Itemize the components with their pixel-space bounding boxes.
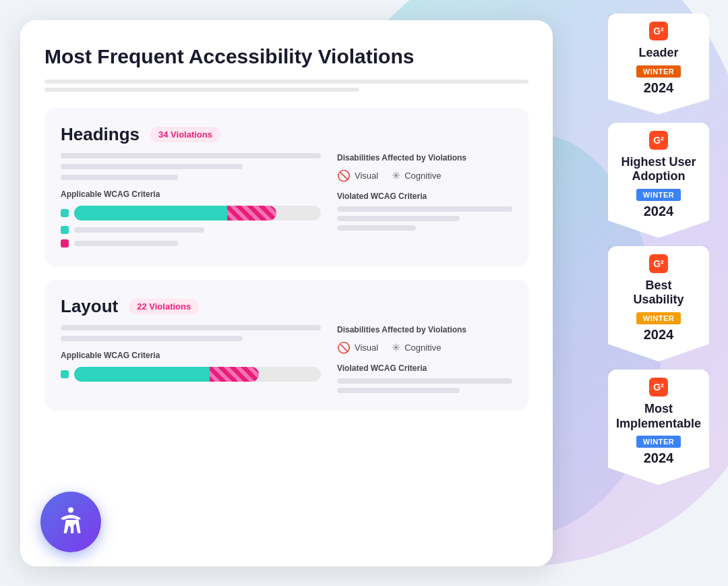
visual-icon: 🚫: [337, 169, 351, 182]
progress-bar-fill-pink-layout: [210, 367, 259, 382]
title-underline-2: [44, 88, 359, 92]
violated-line-3: [337, 225, 416, 231]
violations-badge-headings: 34 Violations: [150, 127, 220, 142]
badge-season-mi: WINTER: [636, 436, 681, 448]
disabilities-label-headings: Disabilities Affected by Violations: [337, 153, 512, 163]
g2-logo-leader: G²: [649, 22, 668, 40]
text-line-sm2: [74, 241, 178, 246]
violated-lines-layout: [337, 378, 512, 393]
violated-line-l2: [337, 388, 460, 393]
disability-items-layout: 🚫 Visual ✳ Cognitive: [337, 341, 512, 354]
visual-label: Visual: [355, 171, 378, 181]
badge-title-leader: Leader: [616, 46, 701, 61]
text-line: [61, 175, 178, 180]
violations-badge-layout: 22 Violations: [129, 299, 199, 314]
disabilities-label-layout: Disabilities Affected by Violations: [337, 325, 512, 334]
violated-line-l1: [337, 378, 512, 384]
badge-year-mi: 2024: [616, 450, 701, 466]
dot-cyan-2: [61, 226, 69, 234]
badge-highest-user-adoption: G² Highest User Adoption WINTER 2024: [608, 123, 709, 238]
wcag-label-headings: Applicable WCAG Criteria: [61, 189, 321, 199]
progress-row-3: [61, 239, 321, 247]
text-line-sm: [74, 227, 204, 233]
progress-row-2: [61, 226, 321, 234]
disability-visual: 🚫 Visual: [337, 169, 378, 182]
accessibility-svg: [54, 505, 88, 539]
badge-year-hua: 2024: [616, 204, 701, 219]
progress-row-layout-1: [61, 367, 321, 382]
progress-row-1: [61, 206, 321, 221]
cognitive-label-layout: Cognitive: [404, 343, 441, 353]
violated-lines-headings: [337, 206, 512, 231]
violation-card-headings: Headings 34 Violations Applicable WCAG C…: [44, 108, 528, 266]
title-underline-1: [44, 80, 528, 84]
violated-label-layout: Violated WCAG Criteria: [337, 363, 512, 373]
progress-bar-fill-cyan: [74, 206, 227, 221]
badge-title-bu: Best Usability: [616, 279, 701, 307]
badge-title-mi: Most Implementable: [616, 402, 701, 431]
dot-pink: [61, 239, 69, 247]
page-title: Most Frequent Accessibility Violations: [44, 45, 528, 69]
violated-line-2: [337, 216, 460, 221]
visual-icon-layout: 🚫: [337, 341, 351, 354]
badge-title-hua: Highest User Adoption: [616, 155, 701, 184]
badge-year-bu: 2024: [616, 327, 701, 343]
badges-container: G² Leader WINTER 2024 G² Highest User Ad…: [608, 13, 709, 485]
visual-label-layout: Visual: [355, 343, 378, 353]
cognitive-icon: ✳: [392, 169, 400, 182]
disability-visual-layout: 🚫 Visual: [337, 341, 378, 354]
text-line: [61, 325, 321, 330]
g2-logo-mi: G²: [649, 378, 668, 397]
progress-bar-wrap: [74, 206, 321, 221]
cognitive-icon-layout: ✳: [392, 341, 400, 354]
badge-most-implementable: G² Most Implementable WINTER 2024: [608, 370, 709, 485]
text-line: [61, 336, 243, 341]
g2-logo-bu: G²: [649, 254, 668, 273]
progress-bar-wrap-layout: [74, 367, 321, 382]
spacer: [61, 239, 321, 247]
g2-logo-hua: G²: [649, 131, 668, 150]
violated-line-1: [337, 206, 512, 212]
badge-season-hua: WINTER: [636, 189, 681, 201]
text-line: [61, 164, 243, 169]
wcag-label-layout: Applicable WCAG Criteria: [61, 351, 321, 360]
progress-bar-fill-pink: [227, 206, 276, 221]
accessibility-icon-button[interactable]: [40, 492, 101, 552]
badge-season-bu: WINTER: [636, 312, 681, 324]
dot-cyan-layout: [61, 370, 69, 378]
badge-season-leader: WINTER: [636, 65, 681, 78]
badge-leader: G² Leader WINTER 2024: [608, 13, 709, 115]
disability-cognitive: ✳ Cognitive: [392, 169, 441, 182]
svg-point-0: [68, 507, 73, 512]
violation-title-layout: Layout: [61, 296, 118, 317]
badge-best-usability: G² Best Usability WINTER 2024: [608, 246, 709, 361]
violated-label-headings: Violated WCAG Criteria: [337, 192, 512, 201]
violation-card-layout: Layout 22 Violations Applicable WCAG Cri…: [44, 280, 528, 411]
violation-title-headings: Headings: [61, 124, 140, 145]
cognitive-label: Cognitive: [404, 171, 441, 181]
main-card: Most Frequent Accessibility Violations H…: [20, 20, 553, 566]
disability-items-headings: 🚫 Visual ✳ Cognitive: [337, 169, 512, 182]
progress-bar-fill-cyan-layout: [74, 367, 210, 382]
badge-year-leader: 2024: [616, 80, 701, 96]
text-line: [61, 153, 321, 158]
dot-cyan: [61, 209, 69, 217]
disability-cognitive-layout: ✳ Cognitive: [392, 341, 441, 354]
